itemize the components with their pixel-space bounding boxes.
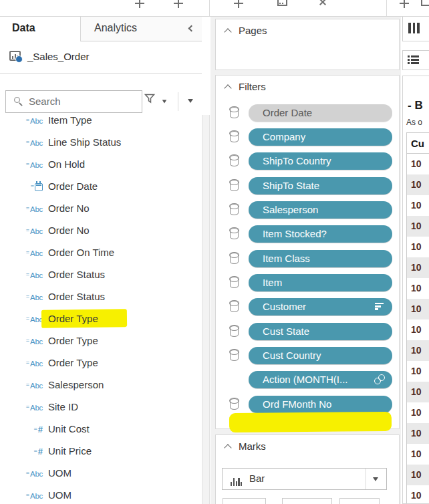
tab-analytics[interactable]: Analytics: [80, 17, 202, 41]
database-context-icon: [230, 131, 239, 142]
table-cell[interactable]: 10: [407, 340, 429, 361]
filter-pill[interactable]: Cust Country: [249, 347, 392, 364]
filter-pill-action[interactable]: Action (MONTH(I...: [249, 371, 392, 388]
string-field-icon: =Abc: [20, 357, 43, 369]
toolbar-icon-partial[interactable]: [398, 0, 412, 15]
toolbar-icon-partial[interactable]: [420, 0, 429, 15]
toolbar: [0, 0, 429, 17]
toolbar-divider: [209, 0, 210, 16]
field-row[interactable]: =Abc Order Type: [0, 330, 202, 352]
table-cell[interactable]: 10: [407, 195, 429, 216]
field-row[interactable]: =Abc Order No: [0, 219, 202, 241]
database-context-icon: [230, 398, 239, 410]
toolbar-icon-partial[interactable]: [316, 0, 329, 15]
field-row[interactable]: = Order Date: [0, 175, 202, 197]
marks-size-button-partial[interactable]: [282, 498, 332, 504]
mark-type-caret-button[interactable]: [366, 469, 386, 489]
table-cell[interactable]: 10: [407, 382, 429, 402]
table-cell[interactable]: 10: [407, 361, 429, 382]
search-input[interactable]: Search: [5, 90, 142, 113]
toolbar-icon-partial[interactable]: [134, 0, 147, 15]
field-list-scrollbar[interactable]: [202, 115, 210, 504]
filter-pill[interactable]: Order Date: [249, 104, 392, 122]
table-cell[interactable]: 10: [407, 402, 429, 423]
field-row[interactable]: =Abc Order Type: [0, 352, 202, 374]
toolbar-icon-partial[interactable]: [233, 0, 246, 15]
caret-down-icon: [373, 477, 378, 481]
table-cell[interactable]: 10: [407, 465, 429, 485]
field-row[interactable]: =Abc UOM: [0, 484, 202, 504]
filter-pill[interactable]: Ord FMonth No: [249, 396, 392, 413]
string-field-icon: =Abc: [20, 489, 43, 501]
table-cell[interactable]: 10: [407, 278, 429, 299]
table-cell[interactable]: 10: [407, 485, 429, 504]
filter-pill[interactable]: ShipTo Country: [249, 152, 392, 170]
date-field-icon: =: [20, 180, 43, 193]
tab-analytics-label: Analytics: [94, 22, 137, 34]
tab-data[interactable]: Data: [12, 22, 35, 34]
filter-pill[interactable]: Item Class: [249, 250, 392, 267]
yellow-highlight-annotation: [229, 412, 392, 432]
table-cell[interactable]: 10: [407, 423, 429, 444]
table-cell[interactable]: 10: [407, 444, 429, 465]
string-field-icon: =Abc: [20, 313, 43, 325]
datasource-row[interactable]: _Sales_Order: [0, 41, 202, 74]
string-field-icon: =Abc: [20, 467, 43, 479]
field-row[interactable]: =Abc Item Type: [0, 116, 202, 131]
field-row[interactable]: =Abc Salesperson: [0, 374, 202, 396]
table-cell[interactable]: 10: [407, 216, 429, 237]
string-field-icon: =Abc: [20, 158, 43, 170]
table-cell[interactable]: 10: [407, 154, 429, 174]
marks-label-button-partial[interactable]: [339, 498, 380, 504]
database-context-icon: [230, 228, 239, 239]
filter-pill[interactable]: Salesperson: [249, 201, 392, 219]
data-pane-tabs: Data Analytics: [0, 17, 202, 41]
toolbar-icon-partial[interactable]: [172, 0, 186, 15]
worksheet-table-partial: Cu 10 10 10 10 10 10 10 10 10 10 10 10 1…: [406, 132, 429, 504]
table-cell[interactable]: 10: [407, 299, 429, 320]
field-row[interactable]: =Abc Site ID: [0, 396, 202, 418]
mark-type-dropdown[interactable]: Bar: [222, 468, 387, 490]
field-row[interactable]: =Abc Order Status: [0, 285, 202, 307]
field-row-highlighted[interactable]: =Abc Order Type: [0, 307, 202, 330]
table-cell[interactable]: 10: [407, 174, 429, 195]
action-link-icon: [374, 374, 386, 385]
filter-pill[interactable]: Company: [249, 128, 392, 146]
field-row[interactable]: =Abc On Hold: [0, 153, 202, 175]
field-row[interactable]: =Abc Line Ship Status: [0, 131, 202, 153]
table-cell[interactable]: 10: [407, 257, 429, 278]
database-context-icon: [230, 180, 239, 191]
collapse-pane-icon[interactable]: [188, 25, 195, 32]
filter-pill[interactable]: Item Stocked?: [249, 225, 392, 243]
field-row[interactable]: =Abc Order On Time: [0, 241, 202, 263]
filter-fields-button[interactable]: [144, 94, 174, 110]
worksheet-title-partial: - B: [408, 99, 423, 112]
columns-shelf-partial[interactable]: [402, 13, 429, 41]
filter-pill[interactable]: Item: [249, 274, 392, 291]
marks-color-button-partial[interactable]: [223, 498, 266, 504]
collapse-marks-icon[interactable]: [224, 444, 231, 451]
tableau-window: Data Analytics _Sales_Order Search: [0, 0, 429, 504]
field-row[interactable]: =# Unit Cost: [0, 418, 202, 440]
string-field-icon: =Abc: [20, 269, 43, 281]
toolbar-icon-partial[interactable]: [276, 0, 289, 15]
datasource-icon: [9, 51, 21, 61]
collapse-pages-icon[interactable]: [224, 28, 231, 35]
string-field-icon: =Abc: [20, 379, 43, 391]
filter-pill[interactable]: ShipTo State: [249, 177, 392, 195]
filter-pill[interactable]: Cust State: [249, 323, 392, 340]
field-list: =Abc Item Type =Abc Line Ship Status =Ab…: [0, 116, 202, 504]
filter-pill[interactable]: Customer: [249, 298, 392, 316]
rows-shelf-partial[interactable]: [402, 50, 429, 70]
field-row[interactable]: =Abc Order Status: [0, 263, 202, 285]
filters-card-title: Filters: [239, 81, 266, 92]
field-row[interactable]: =Abc Order No: [0, 197, 202, 219]
table-cell[interactable]: 10: [407, 320, 429, 340]
field-row[interactable]: =# Unit Price: [0, 440, 202, 462]
datasource-name: _Sales_Order: [27, 51, 90, 62]
bar-chart-icon: [231, 474, 243, 486]
collapse-filters-icon[interactable]: [224, 84, 231, 92]
view-options-caret[interactable]: [188, 99, 193, 103]
field-row[interactable]: =Abc UOM: [0, 462, 202, 484]
table-cell[interactable]: 10: [407, 237, 429, 257]
